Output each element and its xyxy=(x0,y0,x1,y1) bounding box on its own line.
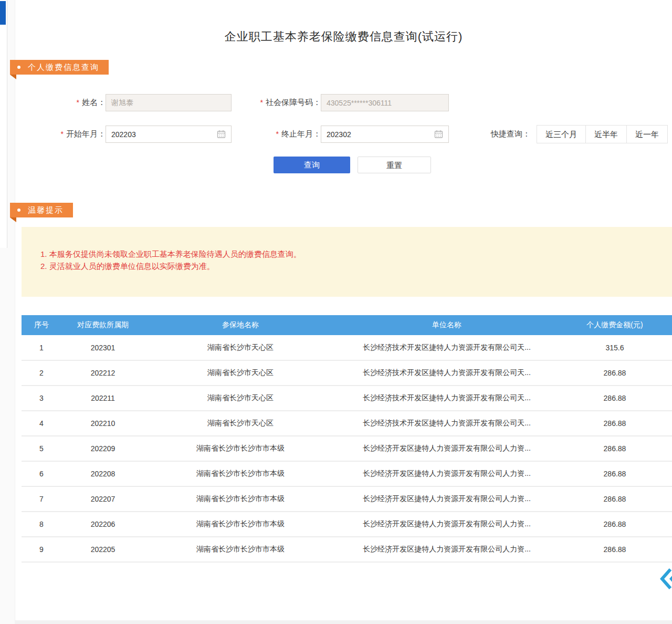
col-header-period: 对应费款所属期 xyxy=(61,315,144,335)
left-blue-block xyxy=(0,1,6,25)
table-row: 1202301湖南省长沙市天心区长沙经济技术开发区捷特人力资源开发有限公司天..… xyxy=(22,335,672,360)
start-month-label: *开始年月： xyxy=(31,126,106,142)
required-asterisk: * xyxy=(77,98,79,107)
quick-btn-last-year[interactable]: 近一年 xyxy=(626,125,668,143)
calendar-icon[interactable] xyxy=(217,130,226,139)
left-substrip xyxy=(0,0,7,248)
end-month-label: *终止年月： xyxy=(246,126,321,142)
reset-button[interactable]: 重置 xyxy=(358,157,431,173)
section-header-label: 个人缴费信息查询 xyxy=(28,63,99,72)
payment-records-table: 序号 对应费款所属期 参保地名称 单位名称 个人缴费金额(元) 1202301湖… xyxy=(22,315,672,563)
table-header-row: 序号 对应费款所属期 参保地名称 单位名称 个人缴费金额(元) xyxy=(22,315,672,335)
table-row: 8202206湖南省长沙市长沙市市本级长沙经济开发区捷特人力资源开发有限公司人力… xyxy=(22,512,672,537)
table-row: 6202208湖南省长沙市长沙市市本级长沙经济开发区捷特人力资源开发有限公司人力… xyxy=(22,461,672,486)
required-asterisk: * xyxy=(61,130,64,138)
quick-query-label: 快捷查询： xyxy=(491,125,530,143)
required-asterisk: * xyxy=(260,98,263,107)
bullet-dot-icon xyxy=(17,209,20,212)
page-title: 企业职工基本养老保险缴费信息查询(试运行) xyxy=(15,29,672,45)
section-header-tips: 温馨提示 xyxy=(10,203,73,217)
col-header-seq: 序号 xyxy=(22,315,61,335)
col-header-insured-place: 参保地名称 xyxy=(144,315,337,335)
bullet-dot-icon xyxy=(17,66,20,69)
col-header-employer: 单位名称 xyxy=(337,315,557,335)
table-row: 7202207湖南省长沙市长沙市市本级长沙经济开发区捷特人力资源开发有限公司人力… xyxy=(22,486,672,512)
tip-line: 1. 本服务仅提供尚未领取企业职工基本养老保险待遇人员的缴费信息查询。 xyxy=(40,248,672,260)
ssn-label: *社会保障号码： xyxy=(225,94,321,111)
double-chevron-left-icon[interactable] xyxy=(660,567,672,590)
calendar-icon[interactable] xyxy=(434,130,443,139)
query-button[interactable]: 查询 xyxy=(274,157,350,173)
quick-btn-last-half-year[interactable]: 近半年 xyxy=(585,125,627,143)
end-month-field[interactable]: 202302 xyxy=(321,126,449,143)
end-month-value: 202302 xyxy=(327,130,351,139)
col-header-amount: 个人缴费金额(元) xyxy=(557,315,672,335)
tip-line: 2. 灵活就业人员的缴费单位信息以实际缴费为准。 xyxy=(40,260,672,272)
start-month-field[interactable]: 202203 xyxy=(106,126,232,143)
name-field[interactable]: 谢旭泰 xyxy=(106,94,232,111)
required-asterisk: * xyxy=(276,130,279,138)
name-label: *姓名： xyxy=(41,94,106,111)
tips-notice-box: 1. 本服务仅提供尚未领取企业职工基本养老保险待遇人员的缴费信息查询。 2. 灵… xyxy=(22,227,672,297)
table-row: 4202210湖南省长沙市天心区长沙经济技术开发区捷特人力资源开发有限公司天..… xyxy=(22,411,672,436)
section-header-personal-payment-query: 个人缴费信息查询 xyxy=(10,60,109,75)
table-row: 9202205湖南省长沙市长沙市市本级长沙经济开发区捷特人力资源开发有限公司人力… xyxy=(22,537,672,562)
name-value: 谢旭泰 xyxy=(111,98,133,108)
start-month-value: 202203 xyxy=(111,130,136,139)
table-row: 3202211湖南省长沙市天心区长沙经济技术开发区捷特人力资源开发有限公司天..… xyxy=(22,386,672,411)
table-row: 2202212湖南省长沙市天心区长沙经济技术开发区捷特人力资源开发有限公司天..… xyxy=(22,360,672,386)
ssn-field[interactable]: 430525******306111 xyxy=(321,94,449,111)
table-row: 5202209湖南省长沙市长沙市市本级长沙经济开发区捷特人力资源开发有限公司人力… xyxy=(22,436,672,461)
quick-query-group: 近三个月 近半年 近一年 xyxy=(537,125,668,143)
main-panel: 企业职工基本养老保险缴费信息查询(试运行) 个人缴费信息查询 *姓名： 谢旭泰 … xyxy=(15,0,672,620)
quick-btn-last-3-months[interactable]: 近三个月 xyxy=(537,125,586,143)
section-header-label: 温馨提示 xyxy=(28,205,64,215)
left-gutter xyxy=(0,0,15,624)
ssn-value: 430525******306111 xyxy=(327,99,392,107)
